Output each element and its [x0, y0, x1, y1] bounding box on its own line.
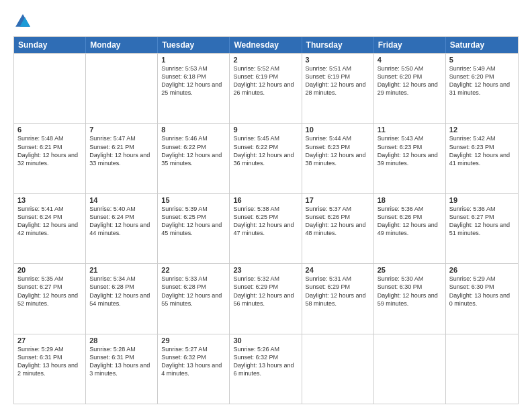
calendar-cell	[14, 54, 86, 123]
day-info: Sunrise: 5:42 AM Sunset: 6:23 PM Dayligh…	[449, 134, 515, 167]
day-info: Sunrise: 5:50 AM Sunset: 6:20 PM Dayligh…	[378, 64, 442, 97]
day-info: Sunrise: 5:44 AM Sunset: 6:23 PM Dayligh…	[306, 134, 370, 167]
day-info: Sunrise: 5:52 AM Sunset: 6:19 PM Dayligh…	[233, 64, 298, 97]
day-info: Sunrise: 5:39 AM Sunset: 6:25 PM Dayligh…	[161, 205, 226, 238]
calendar-cell: 30Sunrise: 5:26 AM Sunset: 6:32 PM Dayli…	[230, 334, 302, 404]
calendar-row: 20Sunrise: 5:35 AM Sunset: 6:27 PM Dayli…	[14, 263, 518, 333]
day-info: Sunrise: 5:40 AM Sunset: 6:24 PM Dayligh…	[89, 205, 154, 238]
calendar-cell: 28Sunrise: 5:28 AM Sunset: 6:31 PM Dayli…	[86, 334, 158, 404]
day-number: 29	[161, 336, 226, 345]
day-info: Sunrise: 5:34 AM Sunset: 6:28 PM Dayligh…	[89, 275, 154, 308]
day-number: 20	[17, 266, 82, 274]
day-number: 23	[233, 266, 298, 274]
day-info: Sunrise: 5:28 AM Sunset: 6:31 PM Dayligh…	[89, 345, 154, 378]
calendar-cell: 6Sunrise: 5:48 AM Sunset: 6:21 PM Daylig…	[14, 124, 86, 193]
day-number: 3	[306, 56, 370, 64]
calendar-cell: 15Sunrise: 5:39 AM Sunset: 6:25 PM Dayli…	[158, 194, 230, 263]
calendar-header: SundayMondayTuesdayWednesdayThursdayFrid…	[14, 37, 518, 53]
day-number: 16	[233, 196, 298, 204]
day-number: 22	[161, 266, 226, 274]
day-info: Sunrise: 5:31 AM Sunset: 6:29 PM Dayligh…	[306, 275, 370, 308]
day-info: Sunrise: 5:47 AM Sunset: 6:21 PM Dayligh…	[89, 134, 154, 167]
day-number: 1	[161, 56, 226, 64]
calendar-cell	[86, 54, 158, 123]
calendar-cell: 11Sunrise: 5:43 AM Sunset: 6:23 PM Dayli…	[374, 124, 446, 193]
calendar-cell: 19Sunrise: 5:36 AM Sunset: 6:27 PM Dayli…	[446, 194, 518, 263]
weekday-header: Tuesday	[158, 37, 230, 53]
day-info: Sunrise: 5:29 AM Sunset: 6:31 PM Dayligh…	[17, 345, 82, 378]
calendar-cell: 14Sunrise: 5:40 AM Sunset: 6:24 PM Dayli…	[86, 194, 158, 263]
calendar-cell	[446, 334, 518, 404]
calendar-cell: 22Sunrise: 5:33 AM Sunset: 6:28 PM Dayli…	[158, 264, 230, 333]
day-number: 4	[378, 56, 442, 64]
calendar-cell: 17Sunrise: 5:37 AM Sunset: 6:26 PM Dayli…	[302, 194, 374, 263]
weekday-header: Thursday	[302, 37, 374, 53]
logo	[13, 12, 35, 31]
day-info: Sunrise: 5:36 AM Sunset: 6:26 PM Dayligh…	[378, 205, 442, 238]
calendar-cell	[302, 334, 374, 404]
calendar-row: 27Sunrise: 5:29 AM Sunset: 6:31 PM Dayli…	[14, 334, 518, 404]
weekday-header: Wednesday	[230, 37, 302, 53]
calendar-cell: 13Sunrise: 5:41 AM Sunset: 6:24 PM Dayli…	[14, 194, 86, 263]
calendar-cell: 26Sunrise: 5:29 AM Sunset: 6:30 PM Dayli…	[446, 264, 518, 333]
calendar-cell: 3Sunrise: 5:51 AM Sunset: 6:19 PM Daylig…	[302, 54, 374, 123]
calendar-cell	[374, 334, 446, 404]
day-info: Sunrise: 5:43 AM Sunset: 6:23 PM Dayligh…	[378, 134, 442, 167]
calendar-cell: 27Sunrise: 5:29 AM Sunset: 6:31 PM Dayli…	[14, 334, 86, 404]
calendar-cell: 7Sunrise: 5:47 AM Sunset: 6:21 PM Daylig…	[86, 124, 158, 193]
day-info: Sunrise: 5:51 AM Sunset: 6:19 PM Dayligh…	[306, 64, 370, 97]
day-number: 24	[306, 266, 370, 274]
calendar-body: 1Sunrise: 5:53 AM Sunset: 6:18 PM Daylig…	[14, 53, 518, 404]
calendar-row: 6Sunrise: 5:48 AM Sunset: 6:21 PM Daylig…	[14, 123, 518, 193]
calendar-cell: 23Sunrise: 5:32 AM Sunset: 6:29 PM Dayli…	[230, 264, 302, 333]
calendar-cell: 20Sunrise: 5:35 AM Sunset: 6:27 PM Dayli…	[14, 264, 86, 333]
day-number: 9	[233, 126, 298, 134]
day-info: Sunrise: 5:27 AM Sunset: 6:32 PM Dayligh…	[161, 345, 226, 378]
calendar-cell: 9Sunrise: 5:45 AM Sunset: 6:22 PM Daylig…	[230, 124, 302, 193]
day-info: Sunrise: 5:36 AM Sunset: 6:27 PM Dayligh…	[449, 205, 515, 238]
day-number: 5	[449, 56, 515, 64]
day-info: Sunrise: 5:29 AM Sunset: 6:30 PM Dayligh…	[449, 275, 515, 308]
day-number: 8	[161, 126, 226, 134]
day-info: Sunrise: 5:33 AM Sunset: 6:28 PM Dayligh…	[161, 275, 226, 308]
weekday-header: Monday	[86, 37, 158, 53]
calendar-row: 13Sunrise: 5:41 AM Sunset: 6:24 PM Dayli…	[14, 193, 518, 263]
calendar-cell: 29Sunrise: 5:27 AM Sunset: 6:32 PM Dayli…	[158, 334, 230, 404]
day-info: Sunrise: 5:53 AM Sunset: 6:18 PM Dayligh…	[161, 64, 226, 97]
day-number: 25	[378, 266, 442, 274]
calendar-cell: 16Sunrise: 5:38 AM Sunset: 6:25 PM Dayli…	[230, 194, 302, 263]
calendar-cell: 2Sunrise: 5:52 AM Sunset: 6:19 PM Daylig…	[230, 54, 302, 123]
calendar-cell: 5Sunrise: 5:49 AM Sunset: 6:20 PM Daylig…	[446, 54, 518, 123]
calendar-cell: 25Sunrise: 5:30 AM Sunset: 6:30 PM Dayli…	[374, 264, 446, 333]
day-info: Sunrise: 5:32 AM Sunset: 6:29 PM Dayligh…	[233, 275, 298, 308]
weekday-header: Sunday	[14, 37, 86, 53]
day-number: 11	[378, 126, 442, 134]
day-number: 12	[449, 126, 515, 134]
weekday-header: Friday	[374, 37, 446, 53]
calendar: SundayMondayTuesdayWednesdayThursdayFrid…	[13, 36, 519, 404]
day-number: 27	[17, 336, 82, 345]
day-info: Sunrise: 5:35 AM Sunset: 6:27 PM Dayligh…	[17, 275, 82, 308]
day-info: Sunrise: 5:37 AM Sunset: 6:26 PM Dayligh…	[306, 205, 370, 238]
calendar-cell: 8Sunrise: 5:46 AM Sunset: 6:22 PM Daylig…	[158, 124, 230, 193]
day-number: 28	[89, 336, 154, 345]
day-number: 6	[17, 126, 82, 134]
day-number: 30	[233, 336, 298, 345]
day-number: 17	[306, 196, 370, 204]
day-number: 15	[161, 196, 226, 204]
day-info: Sunrise: 5:49 AM Sunset: 6:20 PM Dayligh…	[449, 64, 515, 97]
day-info: Sunrise: 5:30 AM Sunset: 6:30 PM Dayligh…	[378, 275, 442, 308]
calendar-cell: 24Sunrise: 5:31 AM Sunset: 6:29 PM Dayli…	[302, 264, 374, 333]
day-info: Sunrise: 5:41 AM Sunset: 6:24 PM Dayligh…	[17, 205, 82, 238]
day-number: 18	[378, 196, 442, 204]
day-info: Sunrise: 5:38 AM Sunset: 6:25 PM Dayligh…	[233, 205, 298, 238]
day-info: Sunrise: 5:48 AM Sunset: 6:21 PM Dayligh…	[17, 134, 82, 167]
calendar-row: 1Sunrise: 5:53 AM Sunset: 6:18 PM Daylig…	[14, 53, 518, 123]
day-info: Sunrise: 5:45 AM Sunset: 6:22 PM Dayligh…	[233, 134, 298, 167]
calendar-cell: 4Sunrise: 5:50 AM Sunset: 6:20 PM Daylig…	[374, 54, 446, 123]
day-number: 2	[233, 56, 298, 64]
day-info: Sunrise: 5:46 AM Sunset: 6:22 PM Dayligh…	[161, 134, 226, 167]
logo-icon	[13, 12, 32, 31]
page-header	[13, 12, 519, 31]
calendar-cell: 21Sunrise: 5:34 AM Sunset: 6:28 PM Dayli…	[86, 264, 158, 333]
